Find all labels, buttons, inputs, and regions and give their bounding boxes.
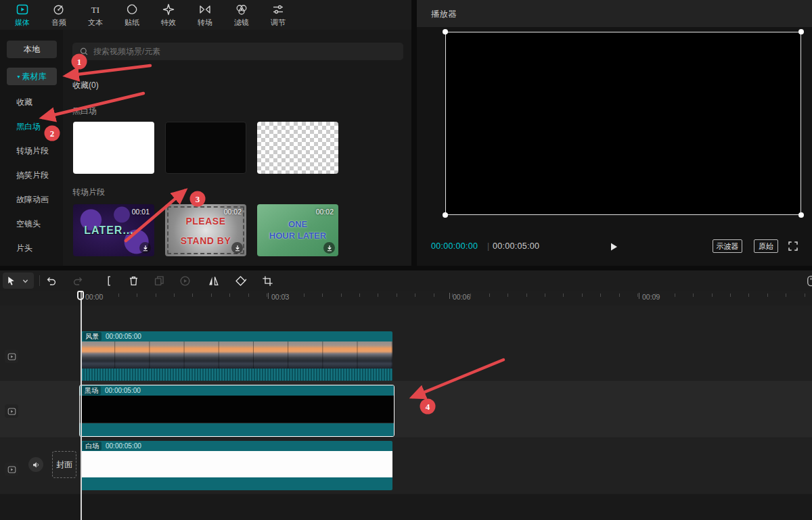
track-toggle-1[interactable] — [5, 350, 18, 363]
ruler-label-3[interactable]: 00:09 — [642, 293, 660, 301]
thumbnail-caption: PLEASE — [165, 216, 246, 227]
select-tool-dropdown[interactable] — [19, 273, 31, 289]
chevron-down-icon: ▾ — [17, 74, 20, 80]
media-content: 搜索视频场景/元素 收藏(0) 黑白场 转场片段 LATER... 00:01 … — [63, 30, 411, 266]
white-field-thumbnail[interactable] — [73, 122, 154, 174]
sidebar-local-button[interactable]: 本地 — [7, 41, 57, 58]
duration-badge: 00:01 — [132, 208, 150, 216]
preview-handle-tr[interactable] — [798, 29, 804, 34]
player-preview[interactable] — [445, 32, 801, 215]
mute-button[interactable] — [28, 457, 43, 472]
media-panel: 媒体 音频 TI 文本 贴纸 — [0, 0, 411, 266]
delete-button[interactable] — [125, 273, 141, 289]
tab-sticker[interactable]: 贴纸 — [114, 0, 150, 30]
duplicate-button[interactable] — [151, 273, 167, 289]
sidebar-item-transitions[interactable]: 转场片段 — [16, 144, 49, 158]
clip-body — [81, 451, 392, 477]
tab-transition[interactable]: 转场 — [187, 0, 223, 30]
trash-icon — [127, 275, 140, 287]
tab-adjust[interactable]: 调节 — [260, 0, 296, 30]
track-toggle-3[interactable] — [5, 463, 18, 476]
sidebar-item-broll[interactable]: 空镜头 — [16, 217, 41, 231]
preview-handle-bl[interactable] — [443, 212, 448, 218]
clip-duration: 00:00:05:00 — [106, 442, 141, 450]
svg-text:TI: TI — [91, 4, 99, 14]
clip-footer — [81, 477, 392, 490]
tab-media[interactable]: 媒体 — [4, 0, 41, 30]
sidebar-item-blackwhite[interactable]: 黑白场 — [16, 120, 41, 133]
scope-button[interactable]: 示波器 — [713, 239, 742, 253]
download-icon[interactable] — [231, 242, 243, 254]
clip-landscape[interactable]: 风景 00:00:05:00 — [81, 331, 392, 381]
mirror-button[interactable] — [205, 273, 221, 289]
black-field-thumbnail[interactable] — [165, 122, 246, 174]
freeze-frame-icon — [179, 275, 191, 287]
mouse-icon — [805, 275, 812, 287]
transition-thumbnail-onehour[interactable]: ONE HOUR LATER 00:02 — [257, 204, 338, 256]
transition-thumbnail-standby[interactable]: PLEASE STAND BY 00:02 — [165, 204, 246, 256]
timeline-panel: 00:00 00:03 00:06 00:09 风景 00:00:05:00 黑… — [0, 270, 812, 520]
tab-sticker-label: 贴纸 — [125, 18, 139, 28]
rotate-button[interactable] — [232, 273, 248, 289]
ruler-label-1[interactable]: 00:03 — [271, 293, 289, 301]
video-track-icon — [7, 407, 16, 416]
video-track-icon — [7, 465, 16, 474]
rotate-icon — [234, 275, 247, 287]
fullscreen-button[interactable] — [787, 240, 799, 252]
download-icon[interactable] — [323, 242, 335, 254]
tab-text[interactable]: TI 文本 — [77, 0, 114, 30]
adjust-icon — [271, 3, 285, 16]
sidebar-item-funny[interactable]: 搞笑片段 — [16, 168, 49, 182]
sidebar-library-button[interactable]: ▾ 素材库 — [7, 68, 57, 85]
chevron-down-icon — [22, 277, 29, 285]
clip-header: 黑场 00:00:05:00 — [80, 385, 394, 396]
ruler-label-0[interactable]: 00:00 — [85, 293, 103, 301]
track-toggle-2[interactable] — [5, 404, 18, 418]
undo-button[interactable] — [43, 273, 59, 289]
sidebar-item-favorites[interactable]: 收藏 — [16, 95, 32, 109]
duration-badge: 00:02 — [316, 208, 334, 216]
transition-thumbnail-later[interactable]: LATER... 00:01 — [73, 204, 154, 256]
select-tool-button[interactable] — [3, 273, 19, 289]
search-placeholder: 搜索视频场景/元素 — [93, 46, 160, 57]
ruler-label-2[interactable]: 00:06 — [453, 293, 470, 301]
sidebar-item-intro[interactable]: 片头 — [16, 241, 32, 255]
time-separator: | — [487, 241, 489, 251]
freeze-frame-button[interactable] — [177, 273, 193, 289]
sticker-icon — [125, 3, 139, 16]
tab-audio[interactable]: 音频 — [41, 0, 77, 30]
thumbnail-caption: ONE — [257, 219, 338, 229]
tab-effects-label: 特效 — [161, 18, 176, 28]
clip-footer — [80, 423, 394, 436]
redo-button[interactable] — [70, 273, 86, 289]
playhead-handle[interactable] — [77, 291, 84, 300]
sidebar-item-glitch[interactable]: 故障动画 — [16, 193, 49, 206]
tab-filter[interactable]: 滤镜 — [223, 0, 260, 30]
clip-white-field[interactable]: 白场 00:00:05:00 — [81, 441, 392, 490]
preview-handle-tl[interactable] — [443, 29, 448, 34]
crop-button[interactable] — [259, 273, 275, 289]
duplicate-icon — [153, 275, 166, 287]
tab-transition-label: 转场 — [198, 18, 212, 28]
split-button[interactable] — [97, 273, 113, 289]
preview-handle-br[interactable] — [798, 212, 804, 218]
download-icon[interactable] — [139, 242, 151, 254]
clip-waveform — [81, 369, 392, 381]
clip-black-field[interactable]: 黑场 00:00:05:00 — [79, 385, 394, 437]
speaker-icon — [32, 460, 41, 469]
thumbnail-caption: LATER... — [73, 224, 145, 237]
tab-effects[interactable]: 特效 — [150, 0, 187, 30]
search-input[interactable]: 搜索视频场景/元素 — [72, 43, 403, 60]
clip-duration: 00:00:05:00 — [106, 333, 141, 340]
favorites-count-label: 收藏(0) — [72, 80, 99, 91]
clip-filmstrip — [81, 341, 392, 369]
section-title-blackwhite: 黑白场 — [72, 105, 97, 117]
transparent-field-thumbnail[interactable] — [257, 122, 338, 174]
preview-axis-button[interactable] — [803, 273, 812, 289]
cover-button[interactable]: 封面 — [52, 451, 76, 478]
current-time: 00:00:00:00 — [431, 241, 478, 251]
play-button[interactable] — [607, 240, 621, 254]
toolbar-divider — [39, 275, 40, 286]
ruler-major-tick — [639, 293, 639, 299]
original-ratio-button[interactable]: 原始 — [754, 239, 778, 253]
